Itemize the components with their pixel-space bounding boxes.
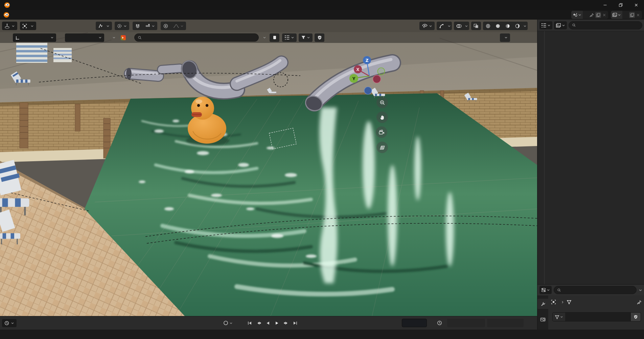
blender-window: Z X Y <box>0 0 644 339</box>
blender-menu-icon[interactable] <box>3 12 9 18</box>
list-filter-icon <box>541 23 547 28</box>
editor-3d-icon <box>4 23 10 29</box>
camera-view-button[interactable] <box>376 126 387 138</box>
chevron-down-icon[interactable] <box>263 36 266 39</box>
navigation-gizmo[interactable]: Z X Y <box>348 53 392 96</box>
chevron-down-icon <box>50 36 54 39</box>
asset-search[interactable] <box>134 33 259 42</box>
shading-solid-button[interactable] <box>493 22 503 30</box>
chevron-down-icon[interactable] <box>229 321 233 325</box>
search-icon <box>572 23 576 27</box>
next-keyframe-button[interactable] <box>282 319 290 327</box>
snap-controls <box>133 22 157 30</box>
pan-hand-button[interactable] <box>376 112 388 123</box>
pin-icon[interactable] <box>637 300 642 305</box>
new-viewlayer-button[interactable] <box>629 12 635 18</box>
properties-search[interactable] <box>554 286 637 294</box>
frame-start-field[interactable] <box>447 319 485 327</box>
properties-search-input[interactable] <box>563 288 633 292</box>
timeline-editor-type-button[interactable] <box>2 319 17 327</box>
ortho-grid-button[interactable] <box>376 142 388 153</box>
jump-to-end-button[interactable] <box>291 319 299 327</box>
photos-icon <box>556 23 561 28</box>
falloff-dropdown[interactable] <box>170 22 186 30</box>
chevron-down-icon <box>504 36 508 39</box>
show-gizmo-dropdown[interactable] <box>419 22 435 30</box>
gizmos-toggle[interactable] <box>437 22 446 30</box>
fake-user-toggle[interactable] <box>631 312 641 321</box>
shield-check-icon <box>317 35 322 40</box>
svg-text:X: X <box>356 67 360 72</box>
axis-icon <box>15 35 20 40</box>
pivot-icon <box>117 24 122 28</box>
datablock-name-row <box>552 312 641 321</box>
filter-dropdown[interactable] <box>299 33 313 42</box>
chevron-down-icon <box>560 315 563 318</box>
viewport-3d[interactable]: Z X Y <box>0 20 537 316</box>
transform-orientation-dropdown[interactable] <box>96 22 112 30</box>
outliner-search-input[interactable] <box>578 23 639 28</box>
properties-editor-type-button[interactable] <box>539 286 552 294</box>
proportional-edit-controls <box>161 22 186 30</box>
datablock-name-field[interactable] <box>552 312 631 321</box>
previous-keyframe-button[interactable] <box>254 319 263 327</box>
blenderkit-icon[interactable] <box>120 35 126 41</box>
filter-box-toggle[interactable] <box>270 33 279 42</box>
snap-toggle[interactable] <box>133 22 142 30</box>
frame-end-field[interactable] <box>487 319 524 327</box>
snap-target-dropdown[interactable] <box>142 22 157 30</box>
minimize-button[interactable] <box>597 0 613 10</box>
current-frame-field[interactable] <box>402 319 427 327</box>
tab-tool-properties[interactable] <box>537 299 548 309</box>
mesh-data-icon <box>555 315 559 319</box>
close-icon[interactable] <box>636 13 640 17</box>
jump-to-start-button[interactable] <box>245 319 254 327</box>
editor-type-button[interactable] <box>2 22 17 30</box>
use-preview-range-toggle[interactable] <box>437 320 442 325</box>
pin-icon[interactable] <box>590 13 594 17</box>
shading-wireframe-button[interactable] <box>483 22 493 30</box>
mesh-datablock-selector[interactable] <box>553 313 565 321</box>
chevron-down-icon[interactable] <box>112 36 116 39</box>
asset-search-input[interactable] <box>144 35 255 40</box>
mode-dropdown[interactable] <box>20 22 36 30</box>
record-icon[interactable] <box>223 320 228 325</box>
tab-render-properties[interactable] <box>537 314 548 324</box>
chevron-down-icon <box>547 288 550 292</box>
object-icon <box>551 299 556 305</box>
play-button[interactable] <box>273 319 281 327</box>
collection-filter-dropdown[interactable] <box>282 33 297 42</box>
restore-button[interactable] <box>613 0 628 10</box>
play-reverse-button[interactable] <box>263 319 272 327</box>
orientation-dropdown[interactable] <box>13 33 56 42</box>
shading-dropdown[interactable] <box>522 22 528 30</box>
shading-rendered-button[interactable] <box>512 22 522 30</box>
shading-material-button[interactable] <box>503 22 512 30</box>
chevron-down-icon[interactable] <box>639 288 642 292</box>
hierarchy-line <box>544 31 545 284</box>
scene-selector[interactable] <box>571 11 608 19</box>
viewlayer-selector[interactable] <box>611 11 642 19</box>
new-scene-button[interactable] <box>595 12 601 18</box>
drag-dropdown[interactable] <box>65 33 104 42</box>
tool-settings-bar <box>0 32 537 43</box>
overlays-toggle[interactable] <box>454 22 464 30</box>
search-icon <box>138 35 142 40</box>
timeline-editor <box>0 316 537 330</box>
gizmo-dropdown[interactable] <box>446 22 452 30</box>
funnel-icon <box>301 35 306 40</box>
close-icon[interactable] <box>602 13 606 17</box>
proportional-edit-toggle[interactable] <box>161 22 170 30</box>
pivot-point-dropdown[interactable] <box>115 22 129 30</box>
properties-header <box>537 285 644 295</box>
options-dropdown[interactable] <box>500 33 510 42</box>
verified-toggle[interactable] <box>315 33 324 42</box>
xray-toggle[interactable] <box>471 22 481 30</box>
outliner-scope-button[interactable] <box>554 21 567 29</box>
close-button[interactable] <box>628 0 644 10</box>
scene-render[interactable] <box>0 20 537 316</box>
zoom-button[interactable] <box>376 97 388 108</box>
outliner-display-mode-button[interactable] <box>539 21 552 29</box>
outliner-search[interactable] <box>569 21 642 29</box>
overlays-dropdown[interactable] <box>464 22 469 30</box>
